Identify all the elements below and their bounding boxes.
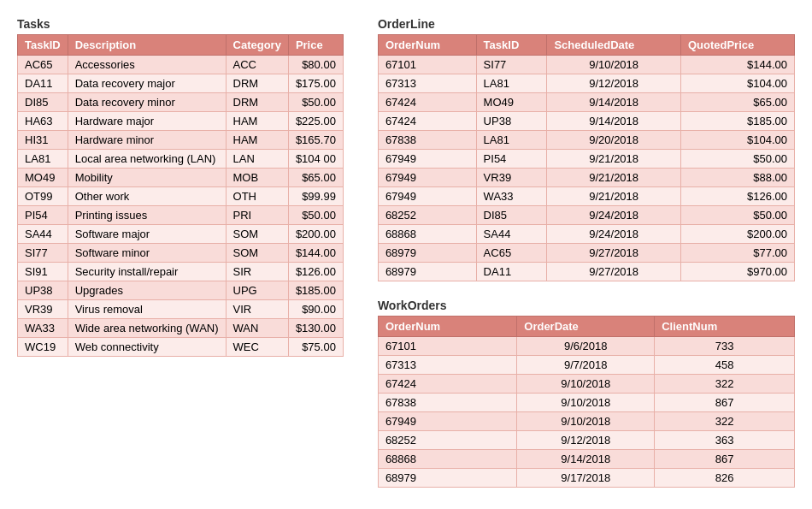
table-row: AC65AccessoriesACC$80.00	[18, 56, 344, 74]
tasks-col-category: Category	[226, 35, 288, 56]
table-cell: $144.00	[288, 244, 343, 263]
table-row: 682529/12/2018363	[378, 431, 794, 450]
table-cell: SOM	[226, 244, 288, 263]
table-row: DI85Data recovery minorDRM$50.00	[18, 93, 344, 112]
table-cell: ACC	[226, 56, 288, 74]
table-cell: 363	[655, 431, 795, 450]
table-cell: WA33	[476, 187, 547, 206]
workorders-col-orderdate: OrderDate	[517, 317, 655, 337]
tasks-col-price: Price	[288, 35, 343, 56]
workorders-col-clientnum: ClientNum	[655, 317, 795, 337]
table-cell: $185.00	[680, 112, 794, 131]
table-cell: $126.00	[680, 187, 794, 206]
table-cell: 9/24/2018	[547, 206, 681, 225]
table-row: 68979DA119/27/2018$970.00	[378, 263, 794, 281]
orderline-section: OrderLine OrderNum TaskID ScheduledDate …	[378, 17, 795, 281]
table-cell: 68252	[378, 431, 516, 450]
table-cell: 67949	[378, 150, 476, 169]
table-cell: SA44	[18, 225, 68, 244]
table-cell: DI85	[18, 93, 68, 112]
table-cell: 9/10/2018	[517, 412, 655, 431]
table-cell: WA33	[18, 319, 68, 338]
table-cell: WC19	[18, 338, 68, 357]
table-cell: Software major	[68, 225, 226, 244]
table-cell: $50.00	[288, 93, 343, 112]
table-cell: 67838	[378, 131, 476, 150]
table-cell: $144.00	[680, 56, 794, 74]
table-cell: 9/14/2018	[547, 112, 681, 131]
table-cell: MO49	[476, 93, 547, 112]
table-row: 68252DI859/24/2018$50.00	[378, 206, 794, 225]
table-cell: HA63	[18, 112, 68, 131]
table-cell: DA11	[18, 74, 68, 93]
table-cell: DRM	[226, 74, 288, 93]
tasks-col-description: Description	[68, 35, 226, 56]
table-row: 67949PI549/21/2018$50.00	[378, 150, 794, 169]
orderline-col-ordernum: OrderNum	[378, 35, 476, 56]
table-cell: 9/21/2018	[547, 169, 681, 187]
workorders-section: WorkOrders OrderNum OrderDate ClientNum …	[378, 299, 795, 488]
table-cell: 9/14/2018	[517, 450, 655, 469]
table-cell: MOB	[226, 169, 288, 187]
table-cell: 9/17/2018	[517, 469, 655, 488]
table-cell: 67101	[378, 56, 476, 74]
workorders-header-row: OrderNum OrderDate ClientNum	[378, 317, 794, 337]
table-cell: 68868	[378, 450, 516, 469]
table-cell: Mobility	[68, 169, 226, 187]
table-cell: 67313	[378, 356, 516, 375]
table-cell: Software minor	[68, 244, 226, 263]
table-cell: $130.00	[288, 319, 343, 338]
table-cell: PI54	[476, 150, 547, 169]
table-cell: PRI	[226, 206, 288, 225]
orderline-header-row: OrderNum TaskID ScheduledDate QuotedPric…	[378, 35, 794, 56]
table-cell: $50.00	[680, 206, 794, 225]
table-cell: $200.00	[680, 225, 794, 244]
orderline-col-taskid: TaskID	[476, 35, 547, 56]
table-row: 67424MO499/14/2018$65.00	[378, 93, 794, 112]
table-cell: UPG	[226, 281, 288, 300]
table-cell: UP38	[18, 281, 68, 300]
table-cell: WEC	[226, 338, 288, 357]
table-cell: 9/10/2018	[547, 56, 681, 74]
table-cell: DI85	[476, 206, 547, 225]
page-layout: Tasks TaskID Description Category Price …	[17, 17, 795, 505]
table-cell: 67838	[378, 394, 516, 412]
workorders-col-ordernum: OrderNum	[378, 317, 516, 337]
table-cell: UP38	[476, 112, 547, 131]
table-cell: 9/10/2018	[517, 394, 655, 412]
table-cell: Local area networking (LAN)	[68, 150, 226, 169]
table-row: SA44Software majorSOM$200.00	[18, 225, 344, 244]
table-cell: $50.00	[680, 150, 794, 169]
tasks-table: TaskID Description Category Price AC65Ac…	[17, 34, 344, 357]
table-cell: 9/12/2018	[517, 431, 655, 450]
table-cell: 322	[655, 412, 795, 431]
table-cell: 68979	[378, 469, 516, 488]
table-cell: $104.00	[680, 74, 794, 93]
table-cell: MO49	[18, 169, 68, 187]
table-row: 68979AC659/27/2018$77.00	[378, 244, 794, 263]
table-row: PI54Printing issuesPRI$50.00	[18, 206, 344, 225]
table-cell: Hardware major	[68, 112, 226, 131]
table-cell: SI77	[18, 244, 68, 263]
table-cell: SIR	[226, 263, 288, 281]
table-cell: 9/27/2018	[547, 263, 681, 281]
left-panel: Tasks TaskID Description Category Price …	[17, 17, 344, 374]
table-row: 67424UP389/14/2018$185.00	[378, 112, 794, 131]
table-row: 67838LA819/20/2018$104.00	[378, 131, 794, 150]
table-cell: Security install/repair	[68, 263, 226, 281]
table-row: LA81Local area networking (LAN)LAN$104 0…	[18, 150, 344, 169]
table-cell: AC65	[476, 244, 547, 263]
table-cell: 9/20/2018	[547, 131, 681, 150]
table-cell: 67313	[378, 74, 476, 93]
table-cell: 67424	[378, 93, 476, 112]
table-row: 678389/10/2018867	[378, 394, 794, 412]
table-row: MO49MobilityMOB$65.00	[18, 169, 344, 187]
table-cell: 458	[655, 356, 795, 375]
orderline-col-scheduleddate: ScheduledDate	[547, 35, 681, 56]
table-row: 689799/17/2018826	[378, 469, 794, 488]
table-cell: LA81	[18, 150, 68, 169]
table-cell: $165.70	[288, 131, 343, 150]
table-row: 67949VR399/21/2018$88.00	[378, 169, 794, 187]
table-cell: 67424	[378, 375, 516, 394]
table-cell: 9/10/2018	[517, 375, 655, 394]
